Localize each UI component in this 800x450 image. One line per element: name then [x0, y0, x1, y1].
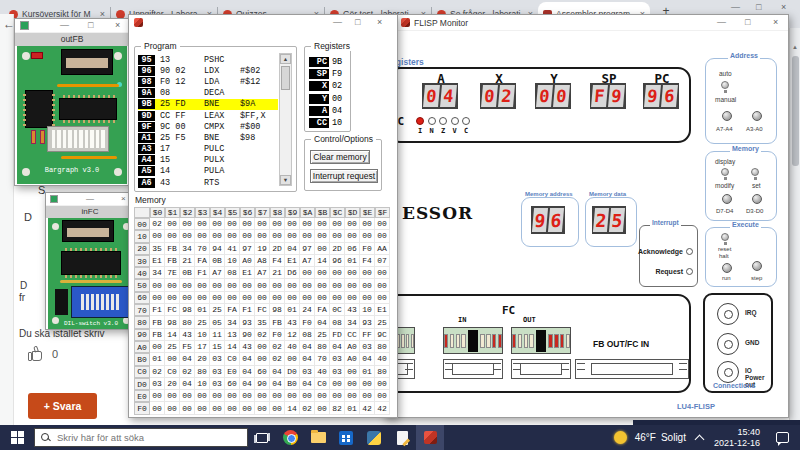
program-mnemonic: BNE: [204, 133, 240, 143]
python-icon[interactable]: [360, 425, 388, 450]
browser-close-button[interactable]: ×: [781, 2, 786, 12]
weather-icon[interactable]: [607, 425, 635, 450]
memory-cell: F1: [195, 267, 210, 279]
program-row[interactable]: A514PULA: [138, 166, 278, 177]
memory-cell: 00: [360, 218, 375, 230]
maximize-button[interactable]: □: [88, 20, 93, 30]
memory-cell: 00: [150, 279, 165, 291]
program-row[interactable]: A643RTS: [138, 177, 278, 188]
program-row[interactable]: 9B25 FDBNE$9A: [138, 99, 278, 110]
memory-cell: 00: [165, 292, 180, 304]
like-icon[interactable]: [28, 346, 46, 362]
page-scrollbar[interactable]: ▲: [789, 28, 800, 425]
minimize-button[interactable]: —: [86, 194, 94, 203]
search-input[interactable]: [57, 432, 207, 443]
acknowledge-led[interactable]: [686, 248, 693, 255]
memory-cell: 14: [285, 402, 300, 414]
page-text-fragment: D: [24, 211, 32, 223]
taskbar-search[interactable]: [34, 428, 248, 447]
program-row[interactable]: 9F9C 00CMPX#$00: [138, 121, 278, 132]
memory-cell: 00: [240, 230, 255, 242]
file-explorer-icon[interactable]: [304, 425, 332, 450]
clock-date: 2021-12-16: [714, 438, 760, 449]
task-view-button[interactable]: [248, 425, 276, 450]
close-button[interactable]: ×: [377, 17, 382, 27]
monitor-titlebar[interactable]: — □ ×: [129, 15, 397, 31]
program-row[interactable]: A415PULX: [138, 155, 278, 166]
request-led[interactable]: [686, 268, 693, 275]
bargraph-display: [47, 126, 109, 152]
memory-cell: 03: [210, 378, 225, 390]
infc-titlebar[interactable]: — ×: [46, 193, 134, 206]
data-low-knob[interactable]: [752, 194, 762, 204]
memory-cell: 04: [315, 316, 330, 328]
minimize-button[interactable]: —: [60, 20, 69, 30]
program-mnemonic: PULC: [204, 144, 240, 154]
program-bytes: 25 FD: [160, 99, 204, 109]
close-button[interactable]: ×: [115, 20, 120, 30]
scroll-up-icon[interactable]: ▲: [280, 54, 291, 64]
maximize-button[interactable]: □: [745, 17, 750, 27]
address-high-knob[interactable]: [722, 111, 732, 121]
port-ring-icon[interactable]: [717, 303, 739, 325]
memory-cell: 34: [345, 316, 360, 328]
start-button[interactable]: [11, 431, 24, 444]
infc-board-photo: DIL-switch v3.0: [48, 218, 134, 329]
browser-minimize-button[interactable]: —: [731, 2, 740, 12]
program-row[interactable]: 9DCC FFLEAX$FF,X: [138, 110, 278, 121]
weather-temp[interactable]: 46°F: [635, 432, 656, 443]
flisp-taskbar-icon[interactable]: [416, 425, 444, 450]
memory-data-display: 25: [592, 206, 626, 234]
memory-cell: FB: [165, 243, 180, 255]
document-icon[interactable]: [388, 425, 416, 450]
port-ring-icon[interactable]: [717, 361, 739, 383]
program-row[interactable]: 98F0 12LDA#$12: [138, 76, 278, 87]
minimize-button[interactable]: —: [333, 17, 342, 27]
program-listing[interactable]: 9513PSHC9690 02LDX#$0298F0 12LDA#$129A08…: [138, 54, 278, 188]
chrome-icon[interactable]: [276, 425, 304, 450]
scrollbar-thumb[interactable]: [281, 66, 290, 90]
data-high-knob[interactable]: [722, 194, 732, 204]
seg-digit: 2: [593, 208, 609, 232]
program-bytes: 25 F5: [160, 133, 204, 143]
interrupt-request-button[interactable]: Interrupt request: [310, 169, 378, 183]
run-lamp-icon: [721, 233, 729, 241]
led-slot: [486, 334, 490, 348]
memory-cell: 97: [300, 243, 315, 255]
memory-row-header: 20: [134, 243, 150, 255]
reply-button[interactable]: + Svara: [28, 393, 97, 419]
auto-label: auto: [719, 70, 732, 77]
simulator-titlebar[interactable]: FLISP Monitor — □ ×: [384, 15, 788, 31]
program-row[interactable]: A125 F5BNE$98: [138, 132, 278, 143]
browser-maximize-button[interactable]: □: [756, 2, 761, 12]
close-button[interactable]: ×: [121, 194, 126, 203]
memory-cell: 00: [255, 292, 270, 304]
memory-cell: 9C: [375, 329, 390, 341]
program-row[interactable]: 9A08DECA: [138, 88, 278, 99]
step-knob[interactable]: [752, 261, 762, 271]
store-icon[interactable]: [332, 425, 360, 450]
program-row[interactable]: 9690 02LDX#$02: [138, 65, 278, 76]
scroll-up-icon[interactable]: ▲: [792, 44, 798, 50]
outfb-titlebar[interactable]: — □ ×: [15, 19, 129, 33]
memory-cell: 60: [255, 366, 270, 378]
program-scrollbar[interactable]: ▲ ▼: [279, 53, 292, 186]
port-ring-icon[interactable]: [717, 333, 739, 355]
minimize-button[interactable]: —: [717, 17, 726, 27]
close-button[interactable]: ×: [773, 17, 778, 27]
scrollbar-thumb[interactable]: [792, 56, 799, 166]
program-row[interactable]: A317PULC: [138, 144, 278, 155]
run-knob[interactable]: [722, 263, 732, 273]
weather-desc[interactable]: Soligt: [661, 432, 686, 443]
notification-icon[interactable]: [768, 425, 796, 450]
dip-switch: [71, 286, 129, 318]
taskbar-clock[interactable]: 15:40 2021-12-16: [714, 427, 760, 448]
address-low-knob[interactable]: [752, 111, 762, 121]
program-row[interactable]: 9513PSHC: [138, 54, 278, 65]
maximize-button[interactable]: □: [355, 17, 360, 27]
scroll-down-icon[interactable]: ▼: [280, 175, 291, 185]
flisp-app-icon: [401, 18, 410, 27]
memory-cell: 00: [360, 390, 375, 402]
clear-memory-button[interactable]: Clear memory: [310, 150, 370, 164]
tray-chevron-icon[interactable]: [686, 425, 714, 450]
